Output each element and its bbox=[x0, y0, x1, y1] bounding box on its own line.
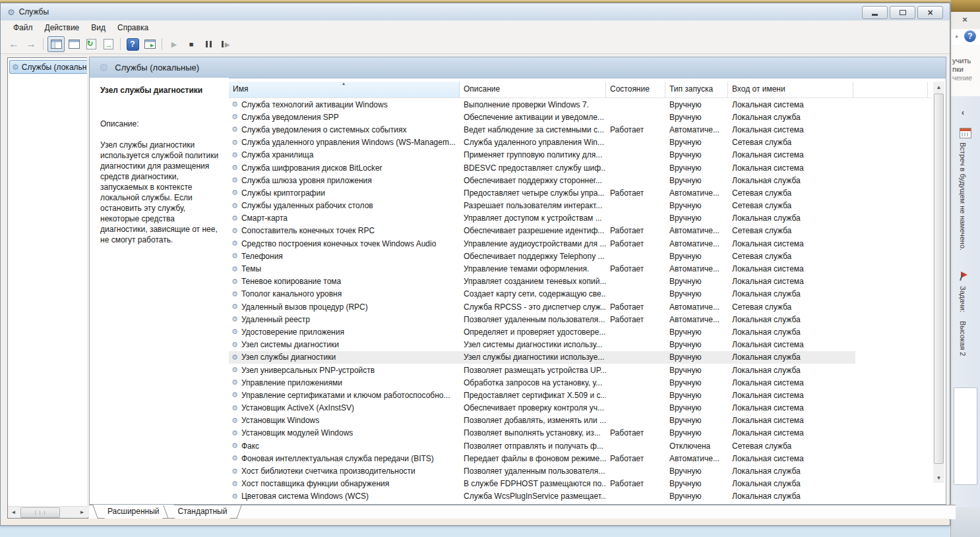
help-button[interactable] bbox=[125, 37, 140, 51]
column-header-startup-type[interactable]: Тип запуска bbox=[665, 82, 728, 98]
titlebar[interactable]: Службы bbox=[1, 3, 950, 21]
table-row[interactable]: Сопоставитель конечных точек RPCОбеспечи… bbox=[229, 225, 933, 237]
table-row[interactable]: Служба уведомления SPPОбеспечение актива… bbox=[229, 111, 933, 123]
table-row[interactable]: Средство построения конечных точек Windo… bbox=[229, 237, 933, 250]
service-log-on-as-cell: Локальная система bbox=[728, 100, 853, 109]
service-description-cell: В службе FDPHOST размещаются по... bbox=[460, 479, 606, 488]
service-gear-icon bbox=[231, 480, 238, 488]
tab-label: Стандартный bbox=[178, 507, 228, 516]
scroll-up-arrow-icon[interactable] bbox=[933, 82, 944, 92]
table-row[interactable]: Служба шифрования дисков BitLockerBDESVC… bbox=[229, 161, 933, 174]
tab-extended[interactable]: Расширенный bbox=[98, 505, 169, 519]
table-row[interactable]: Служба удаленного управления Windows (WS… bbox=[229, 136, 933, 149]
toolbar-separator bbox=[162, 38, 162, 50]
export-list-button[interactable] bbox=[100, 37, 116, 51]
service-startup-type-cell: Вручную bbox=[665, 327, 728, 337]
table-row[interactable]: Служба шлюза уровня приложенияОбеспечива… bbox=[229, 174, 933, 186]
service-name-cell: Службы удаленных рабочих столов bbox=[229, 201, 460, 210]
service-gear-icon bbox=[231, 302, 238, 311]
help-icon[interactable] bbox=[964, 30, 976, 42]
minimize-button[interactable] bbox=[862, 6, 888, 19]
scrollbar-thumb[interactable] bbox=[934, 94, 944, 464]
collapse-caret-icon[interactable] bbox=[954, 33, 960, 40]
table-row[interactable]: Службы криптографииПредоставляет четыре … bbox=[229, 186, 933, 199]
table-row[interactable]: Теневое копирование томаУправляет создан… bbox=[229, 275, 933, 288]
menu-view[interactable]: Вид bbox=[85, 20, 111, 35]
table-row[interactable]: Служба хранилищаПрименяет групповую поли… bbox=[229, 149, 933, 161]
tasks-label: Задачи: bbox=[959, 286, 967, 312]
services-gear-icon bbox=[99, 61, 108, 74]
table-row[interactable]: Тополог канального уровняСоздает карту с… bbox=[229, 288, 933, 300]
table-row[interactable]: Центр обеспечения безопасностиСлужба WSC… bbox=[229, 503, 933, 504]
service-name: Служба уведомления о системных событиях bbox=[241, 125, 407, 134]
table-row[interactable]: Узел службы диагностикиУзел службы диагн… bbox=[229, 351, 933, 364]
todo-bar-collapsed: Встреч в будущем не намечено. Задачи: Вы… bbox=[951, 96, 980, 507]
service-log-on-as-cell: Локальная служба bbox=[728, 315, 853, 324]
column-label: Состояние bbox=[610, 84, 650, 94]
table-row[interactable]: Смарт-картаУправляет доступом к устройст… bbox=[229, 212, 933, 225]
table-row[interactable]: Управление сертификатами и ключом работо… bbox=[229, 389, 933, 401]
forward-button[interactable] bbox=[23, 37, 39, 51]
close-icon[interactable] bbox=[959, 14, 971, 25]
service-status-cell: Работает bbox=[606, 188, 665, 198]
expand-chevron-icon[interactable] bbox=[962, 108, 964, 117]
menu-action[interactable]: Действие bbox=[39, 20, 86, 35]
service-log-on-as-cell: Локальная система bbox=[728, 340, 853, 349]
table-row[interactable]: Удостоверение приложенияОпределяет и про… bbox=[229, 325, 933, 338]
column-header-log-on-as[interactable]: Вход от имени bbox=[728, 82, 853, 98]
column-header-name[interactable]: Имя bbox=[229, 82, 460, 98]
service-description-cell: Предоставляет сертификат X.509 и с... bbox=[460, 391, 606, 400]
tree-horizontal-scrollbar[interactable] bbox=[8, 506, 88, 518]
service-description-cell: Служба RPCSS - это диспетчер служ... bbox=[460, 302, 606, 312]
table-row[interactable]: Хост библиотеки счетчика производительно… bbox=[229, 465, 933, 477]
refresh-button[interactable] bbox=[83, 37, 99, 51]
pause-service-button[interactable] bbox=[200, 37, 216, 51]
service-name: Хост библиотеки счетчика производительно… bbox=[241, 466, 415, 476]
back-button[interactable] bbox=[6, 37, 22, 51]
service-name-cell: Служба хранилища bbox=[229, 150, 460, 159]
table-row[interactable]: ТемыУправление темами оформления.Работае… bbox=[229, 262, 933, 275]
restore-button[interactable] bbox=[890, 6, 915, 19]
table-row[interactable]: Установщик ActiveX (AxInstSV)Обеспечивае… bbox=[229, 402, 933, 414]
table-row[interactable]: Служба технологий активации WindowsВыпол… bbox=[229, 98, 933, 111]
column-header-description[interactable]: Описание bbox=[460, 82, 606, 98]
service-log-on-as-cell: Локальная система bbox=[728, 277, 853, 286]
show-extended-view-button[interactable] bbox=[142, 37, 158, 51]
table-row[interactable]: ТелефонияОбеспечивает поддержку Telephon… bbox=[229, 250, 933, 262]
close-button[interactable] bbox=[917, 6, 943, 19]
column-header-status[interactable]: Состояние bbox=[606, 82, 665, 98]
menu-help[interactable]: Справка bbox=[111, 20, 154, 35]
scroll-left-arrow-icon[interactable] bbox=[8, 507, 19, 518]
table-row[interactable]: Установщик WindowsПозволяет добавлять, и… bbox=[229, 414, 933, 427]
scrollbar-thumb[interactable] bbox=[20, 507, 60, 518]
table-row[interactable]: Службы удаленных рабочих столовРазрешает… bbox=[229, 200, 933, 212]
table-row[interactable]: Служба уведомления о системных событияхВ… bbox=[229, 123, 933, 136]
table-row[interactable]: Удаленный реестрПозволяет удаленным поль… bbox=[229, 313, 933, 325]
service-description-cell: Выполнение проверки Windows 7. bbox=[460, 100, 606, 109]
show-console-tree-button[interactable] bbox=[47, 36, 65, 52]
service-gear-icon bbox=[231, 454, 238, 463]
menu-file[interactable]: Файл bbox=[7, 20, 39, 35]
scroll-right-arrow-icon[interactable] bbox=[77, 507, 88, 518]
table-row[interactable]: Узел универсальных PNP-устройствПозволяе… bbox=[229, 364, 933, 376]
table-row[interactable]: Хост поставщика функции обнаруженияВ слу… bbox=[229, 478, 933, 490]
service-log-on-as-cell: Локальная система bbox=[728, 150, 853, 159]
table-row[interactable]: Фоновая интеллектуальная служба передачи… bbox=[229, 452, 933, 465]
table-row[interactable]: Узел системы диагностикиУзел системы диа… bbox=[229, 339, 933, 351]
service-startup-type-cell: Вручную bbox=[665, 201, 728, 210]
table-row[interactable]: Управление приложениямиОбработка запросо… bbox=[229, 376, 933, 389]
start-service-button[interactable] bbox=[166, 37, 182, 51]
toolbar bbox=[1, 35, 950, 54]
table-row[interactable]: Установщик модулей WindowsПозволяет выпо… bbox=[229, 427, 933, 439]
properties-button[interactable] bbox=[66, 37, 82, 51]
table-row[interactable]: ФаксПозволяет отправлять и получать ф...… bbox=[229, 439, 933, 452]
tab-standard[interactable]: Стандартный bbox=[169, 505, 237, 519]
stop-service-button[interactable] bbox=[183, 37, 199, 51]
table-vertical-scrollbar[interactable] bbox=[933, 82, 944, 483]
service-startup-type-cell: Вручную bbox=[665, 252, 728, 261]
table-row[interactable]: Удаленный вызов процедур (RPC)Служба RPC… bbox=[229, 300, 933, 313]
scroll-down-arrow-icon[interactable] bbox=[933, 472, 944, 483]
restart-service-button[interactable] bbox=[218, 37, 233, 51]
table-row[interactable]: Цветовая система Windows (WCS)Служба Wcs… bbox=[229, 490, 933, 503]
service-name-cell: Узел службы диагностики bbox=[229, 353, 460, 362]
